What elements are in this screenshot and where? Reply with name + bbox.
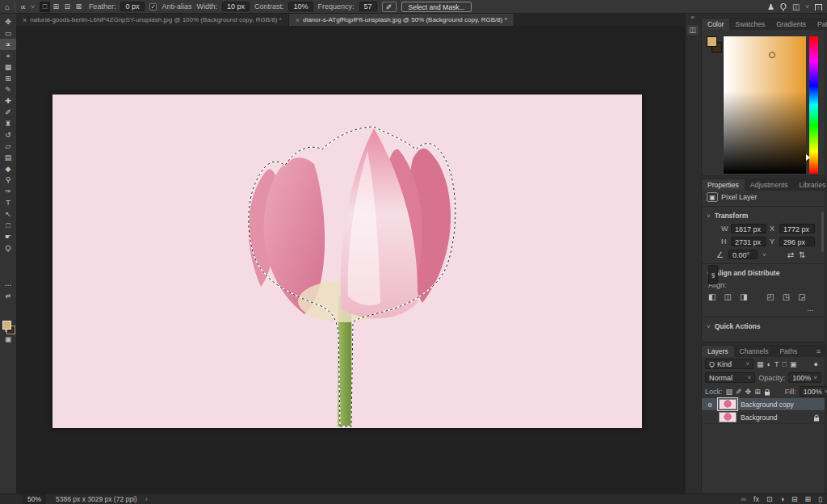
link-layers-icon[interactable]: ∞ xyxy=(741,495,746,503)
filter-shape-icon[interactable]: □ xyxy=(782,360,786,368)
hue-slider-arrow[interactable] xyxy=(806,154,810,161)
home-icon[interactable]: ⌂ xyxy=(5,0,10,14)
blend-mode-select[interactable]: Normal ˅ xyxy=(705,372,755,383)
filter-toggle-icon[interactable]: ● xyxy=(814,360,818,368)
panel-menu-icon[interactable]: ≡ xyxy=(817,347,825,355)
tab-patterns[interactable]: Patterns xyxy=(812,19,827,30)
color-marker[interactable] xyxy=(769,52,775,58)
frame-tool[interactable]: ⊞ xyxy=(0,73,16,84)
default-colors-icon[interactable]: ⇄ xyxy=(0,291,16,301)
tab-color[interactable]: Color xyxy=(702,19,729,30)
hand-tool[interactable]: ☛ xyxy=(0,231,16,242)
marquee-tool[interactable]: ▭ xyxy=(0,27,16,39)
visibility-eye-icon[interactable]: ө xyxy=(705,401,715,409)
align-right-icon[interactable]: ◨ xyxy=(740,292,747,301)
feather-input[interactable]: 0 px xyxy=(120,2,145,11)
foreground-color-swatch[interactable] xyxy=(2,321,11,330)
filter-adjustment-icon[interactable]: ◐ xyxy=(767,360,771,368)
tool-preset-caret-icon[interactable]: ˅ xyxy=(31,0,35,14)
close-tab-icon[interactable]: × xyxy=(296,16,300,24)
filter-pixel-icon[interactable]: ▦ xyxy=(757,360,764,368)
layer-row-background-copy[interactable]: ө Background copy xyxy=(702,398,825,411)
new-group-icon[interactable]: ⊟ xyxy=(791,495,798,503)
close-tab-icon[interactable]: × xyxy=(23,16,27,24)
move-tool[interactable]: ✥ xyxy=(0,16,16,27)
zoom-level-input[interactable]: 50% xyxy=(23,494,46,504)
dodge-tool[interactable]: ⚲ xyxy=(0,174,16,186)
eraser-tool[interactable]: ▱ xyxy=(0,141,16,152)
intersect-selection-button[interactable]: ⊠ xyxy=(73,2,84,12)
contrast-input[interactable]: 10% xyxy=(288,2,313,11)
lasso-tool[interactable]: ∝ xyxy=(0,39,16,50)
tab-swatches[interactable]: Swatches xyxy=(729,19,770,30)
collapsed-panel-icon[interactable]: ◫ xyxy=(687,25,699,36)
add-layer-mask-icon[interactable]: ⊡ xyxy=(766,495,773,503)
zoom-tool[interactable]: Ϙ xyxy=(0,242,16,254)
crop-tool[interactable]: ▦ xyxy=(0,61,16,73)
healing-brush-tool[interactable]: ✚ xyxy=(0,95,16,107)
saturation-brightness-field[interactable] xyxy=(724,36,806,174)
layer-name[interactable]: Background copy xyxy=(741,401,794,409)
fill-select[interactable]: 100% ˅ xyxy=(800,386,827,397)
align-section-header[interactable]: ˅ Align and Distribute xyxy=(702,267,825,279)
tab-paths[interactable]: Paths xyxy=(774,346,803,357)
lock-position-icon[interactable]: ✥ xyxy=(745,388,752,396)
select-and-mask-button[interactable]: Select and Mask... xyxy=(401,2,472,12)
new-adjustment-layer-icon[interactable]: ◑ xyxy=(780,495,784,503)
add-to-selection-button[interactable]: ⊞ xyxy=(51,2,61,12)
align-middle-icon[interactable]: ◳ xyxy=(783,292,790,301)
type-tool[interactable]: T xyxy=(0,197,16,208)
pen-tool[interactable]: ✑ xyxy=(0,186,16,197)
subtract-from-selection-button[interactable]: ⊟ xyxy=(62,2,73,12)
rotation-angle-input[interactable]: 0.00° xyxy=(728,250,758,259)
gradient-tool[interactable]: ▤ xyxy=(0,152,16,163)
blur-tool[interactable]: ◆ xyxy=(0,163,16,174)
tab-properties[interactable]: Properties xyxy=(702,179,745,191)
transform-y-input[interactable]: 296 px xyxy=(779,237,815,246)
eyedropper-tool[interactable]: ✎ xyxy=(0,84,16,95)
new-selection-button[interactable]: □ xyxy=(40,2,50,12)
lock-all-icon[interactable] xyxy=(764,387,770,395)
link-dimensions-icon[interactable]: § xyxy=(708,265,718,284)
layer-thumbnail[interactable] xyxy=(719,412,737,422)
document-tab-1[interactable]: × natural-goods-berlin-L6NP4ZGnpSY-unspl… xyxy=(16,14,289,26)
magnetic-lasso-tool-preset-icon[interactable]: ∝ xyxy=(20,0,26,14)
transform-width-input[interactable]: 1817 px xyxy=(731,224,766,233)
screen-mode-icon[interactable]: ▣ xyxy=(0,334,16,345)
expand-panels-icon[interactable]: « xyxy=(686,14,699,22)
tab-libraries[interactable]: Libraries xyxy=(794,179,827,191)
tab-gradients[interactable]: Gradients xyxy=(770,19,812,30)
filter-smart-object-icon[interactable]: ▣ xyxy=(790,360,797,368)
new-layer-icon[interactable]: ⊞ xyxy=(805,495,812,503)
align-left-icon[interactable]: ◧ xyxy=(708,292,716,301)
flip-vertical-icon[interactable]: ⇅ xyxy=(799,250,805,259)
canvas-area[interactable] xyxy=(16,26,685,494)
quick-actions-section-header[interactable]: ˅ Quick Actions xyxy=(702,320,825,333)
search-icon[interactable]: Ϙ xyxy=(780,0,787,14)
opacity-select[interactable]: 100% ˅ xyxy=(788,372,821,383)
width-input[interactable]: 10 px xyxy=(222,2,250,11)
layer-thumbnail[interactable] xyxy=(719,399,737,410)
scrollbar[interactable] xyxy=(821,212,824,252)
tab-channels[interactable]: Channels xyxy=(734,346,775,357)
align-bottom-icon[interactable]: ◲ xyxy=(798,292,805,301)
document-tab-2[interactable]: × dianor-s-ATgfRqpfFfI-unsplash.jpg @ 50… xyxy=(289,14,514,26)
brush-tool[interactable]: ✐ xyxy=(0,107,16,118)
clone-stamp-tool[interactable]: ♜ xyxy=(0,118,16,129)
lock-artboard-icon[interactable]: ⊞ xyxy=(754,388,761,396)
hue-slider[interactable] xyxy=(809,36,818,174)
lock-paint-icon[interactable]: ✐ xyxy=(736,388,742,396)
layer-name[interactable]: Background xyxy=(741,414,777,422)
history-brush-tool[interactable]: ↺ xyxy=(0,129,16,141)
transform-x-input[interactable]: 1772 px xyxy=(779,224,815,233)
transform-section-header[interactable]: ˅ Transform xyxy=(702,209,825,222)
delete-layer-icon[interactable]: ▯ xyxy=(818,495,822,503)
angle-caret-icon[interactable]: ˅ xyxy=(762,251,766,258)
document-canvas[interactable] xyxy=(52,94,642,428)
layer-effects-icon[interactable]: fx xyxy=(754,495,759,503)
align-center-horizontal-icon[interactable]: ◫ xyxy=(724,292,731,301)
lock-transparent-icon[interactable]: ▨ xyxy=(726,388,733,396)
tab-adjustments[interactable]: Adjustments xyxy=(745,179,794,191)
anti-alias-checkbox[interactable]: ✓ xyxy=(149,3,157,10)
shape-tool[interactable]: □ xyxy=(0,220,16,231)
